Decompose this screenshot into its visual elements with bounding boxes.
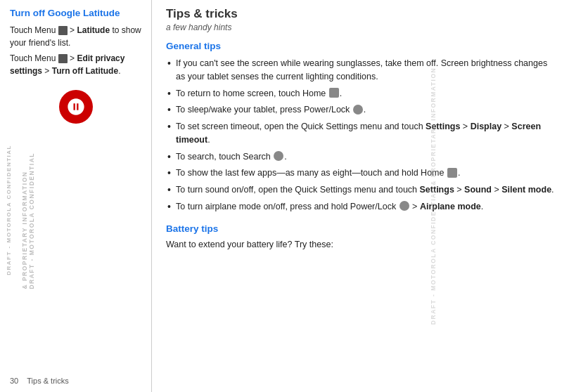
list-item: To turn airplane mode on/off, press and … bbox=[166, 200, 558, 214]
battery-tips-intro: Want to extend your battery life? Try th… bbox=[166, 240, 558, 249]
left-body-1: Touch Menu > Latitude to show your frien… bbox=[10, 24, 141, 49]
right-column: DRAFT - MOTOROLA CONFIDENTIAL & PROPRIET… bbox=[152, 0, 569, 392]
watermark-text-1: DRAFT - MOTOROLA CONFIDENTIAL bbox=[28, 152, 35, 289]
watermark-side-text: DRAFT - MOTOROLA CONFIDENTIAL bbox=[6, 145, 12, 275]
search-icon bbox=[274, 151, 283, 161]
battery-tips-heading: Battery tips bbox=[166, 223, 558, 234]
general-tips-list: If you can't see the screen while wearin… bbox=[166, 57, 558, 214]
right-subtitle: a few handy hints bbox=[166, 22, 558, 32]
left-body-2: Touch Menu > Edit privacy settings > Tur… bbox=[10, 52, 141, 77]
home-icon-2 bbox=[447, 168, 457, 178]
list-item: To return to home screen, touch Home . bbox=[166, 87, 558, 100]
watermark-text-2: & PROPRIETARY INFORMATION bbox=[21, 171, 28, 289]
list-item: To set screen timeout, open the Quick Se… bbox=[166, 120, 558, 147]
motorola-logo bbox=[10, 90, 141, 126]
page-container: DRAFT - MOTOROLA CONFIDENTIAL Turn off G… bbox=[0, 0, 569, 392]
list-item: To show the last few apps—as many as eig… bbox=[166, 166, 558, 180]
list-item: To turn sound on/off, open the Quick Set… bbox=[166, 183, 558, 197]
watermark-side: DRAFT - MOTOROLA CONFIDENTIAL bbox=[6, 56, 12, 364]
page-footer: 30 Tips & tricks bbox=[10, 377, 69, 385]
general-tips-heading: General tips bbox=[166, 41, 558, 51]
footer-section: Tips & tricks bbox=[27, 377, 69, 385]
motorola-icon bbox=[59, 90, 93, 124]
right-title: Tips & tricks bbox=[166, 7, 558, 21]
list-item: To sleep/wake your tablet, press Power/L… bbox=[166, 103, 558, 117]
list-item: To search, touch Search . bbox=[166, 150, 558, 164]
power-icon-2 bbox=[399, 201, 409, 211]
list-item: If you can't see the screen while wearin… bbox=[166, 57, 558, 84]
left-column: DRAFT - MOTOROLA CONFIDENTIAL Turn off G… bbox=[0, 0, 151, 392]
page-number: 30 bbox=[10, 377, 18, 385]
power-icon bbox=[353, 105, 363, 115]
left-title: Turn off Google Latitude bbox=[10, 7, 141, 20]
home-icon bbox=[329, 88, 339, 98]
